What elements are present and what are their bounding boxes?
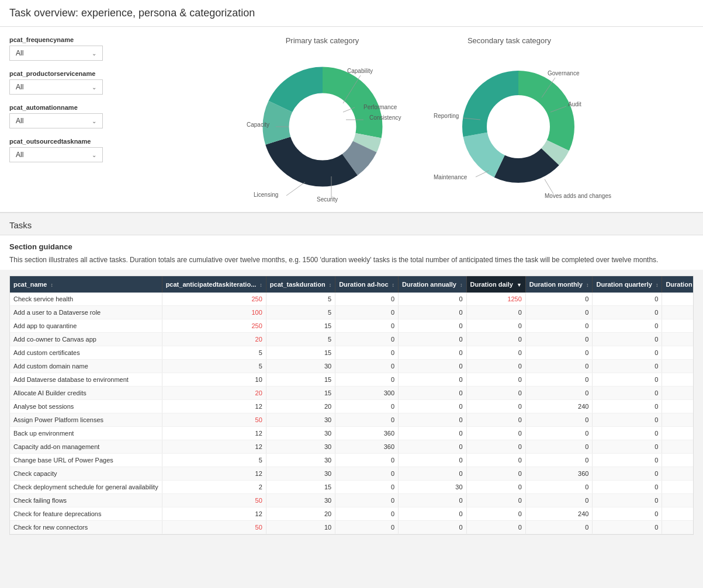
guidance-section: Section guidance This section illustrate… — [0, 235, 703, 270]
th-duration_annually[interactable]: Duration annually ↕ — [399, 276, 466, 293]
th-pcat_name[interactable]: pcat_name ↕ — [10, 276, 162, 293]
content-area: pcat_name ↕pcat_anticipatedtaskiteratio.… — [0, 276, 703, 544]
cell-7-0: Allocate AI Builder credits — [10, 387, 162, 400]
th-duration_weekly[interactable]: Duration weekly ↕ — [662, 276, 694, 293]
th-duration_daily[interactable]: Duration daily ▼ — [466, 276, 525, 293]
primary-chart: Performance Consistency Capability Capac… — [241, 51, 404, 203]
cell-13-0: Check capacity — [10, 467, 162, 481]
cell-16-6: 240 — [525, 507, 593, 521]
cell-11-4: 0 — [399, 440, 466, 454]
cell-9-4: 0 — [399, 413, 466, 427]
cell-0-0: Check service health — [10, 293, 162, 306]
cell-11-8: 0 — [662, 440, 694, 454]
secondary-label-audit: Audit — [568, 101, 581, 107]
filters-panel: pcat_frequencyname All ⌄ pcat_productors… — [9, 36, 126, 203]
cell-1-8: 0 — [662, 306, 694, 319]
cell-2-4: 0 — [399, 319, 466, 333]
sort-icon-duration_quarterly: ↕ — [656, 282, 659, 288]
cell-10-6: 0 — [525, 427, 593, 440]
table-row: Check failing flows503000000150025 — [10, 494, 694, 507]
filter-dropdown-0[interactable]: All ⌄ — [9, 46, 103, 61]
th-pcat_taskduration[interactable]: pcat_taskduration ↕ — [266, 276, 335, 293]
cell-12-5: 0 — [466, 454, 525, 467]
cell-5-7: 0 — [593, 360, 662, 373]
cell-13-3: 0 — [335, 467, 399, 481]
top-section: pcat_frequencyname All ⌄ pcat_productors… — [0, 27, 703, 213]
secondary-label-governance: Governance — [548, 70, 580, 76]
cell-0-7: 0 — [593, 293, 662, 306]
filter-value-3: All — [16, 151, 23, 159]
th-pcat_anticipatedtaskiteration[interactable]: pcat_anticipatedtaskiteratio... ↕ — [162, 276, 266, 293]
filter-dropdown-3[interactable]: All ⌄ — [9, 147, 103, 162]
cell-16-3: 0 — [335, 507, 399, 521]
cell-8-1: 12 — [162, 400, 266, 413]
cell-12-6: 0 — [525, 454, 593, 467]
svg-line-23 — [545, 179, 553, 194]
cell-3-5: 0 — [466, 333, 525, 346]
filter-label-3: pcat_outsourcedtaskname — [9, 138, 126, 145]
cell-13-8: 0 — [662, 467, 694, 481]
cell-7-2: 15 — [266, 387, 335, 400]
cell-14-6: 0 — [525, 481, 593, 494]
primary-label-licensing2: Licensing — [254, 192, 278, 198]
cell-17-2: 10 — [266, 521, 335, 534]
th-duration_quarterly[interactable]: Duration quarterly ↕ — [593, 276, 662, 293]
cell-1-7: 0 — [593, 306, 662, 319]
chevron-down-icon-0: ⌄ — [92, 50, 96, 57]
cell-8-5: 0 — [466, 400, 525, 413]
sort-icon-duration_daily: ▼ — [517, 282, 522, 288]
sort-icon-duration_monthly: ↕ — [586, 282, 589, 288]
cell-12-1: 5 — [162, 454, 266, 467]
primary-label-capacity: Capacity — [247, 121, 269, 128]
cell-3-3: 0 — [335, 333, 399, 346]
cell-3-7: 0 — [593, 333, 662, 346]
cell-11-0: Capacity add-on management — [10, 440, 162, 454]
primary-chart-container: Primary task category — [241, 36, 404, 203]
cell-6-6: 0 — [525, 373, 593, 387]
cell-12-0: Change base URL of Power Pages — [10, 454, 162, 467]
filter-dropdown-2[interactable]: All ⌄ — [9, 113, 103, 128]
cell-5-6: 0 — [525, 360, 593, 373]
filter-dropdown-1[interactable]: All ⌄ — [9, 79, 103, 95]
cell-2-2: 15 — [266, 319, 335, 333]
cell-14-7: 0 — [593, 481, 662, 494]
cell-2-5: 0 — [466, 319, 525, 333]
sort-icon-pcat_anticipatedtaskiteration: ↕ — [259, 282, 262, 288]
th-duration_monthly[interactable]: Duration monthly ↕ — [525, 276, 593, 293]
table-row: Check deployment schedule for general av… — [10, 481, 694, 494]
secondary-label-reporting: Reporting — [434, 113, 459, 119]
cell-16-5: 0 — [466, 507, 525, 521]
cell-17-3: 0 — [335, 521, 399, 534]
table-row: Check service health250500125000021 — [10, 293, 694, 306]
cell-11-7: 0 — [593, 440, 662, 454]
cell-3-2: 5 — [266, 333, 335, 346]
cell-14-3: 0 — [335, 481, 399, 494]
cell-8-2: 20 — [266, 400, 335, 413]
tasks-section-header: Tasks — [0, 215, 703, 235]
svg-point-18 — [488, 96, 549, 157]
cell-0-2: 5 — [266, 293, 335, 306]
cell-3-4: 0 — [399, 333, 466, 346]
cell-16-7: 0 — [593, 507, 662, 521]
primary-label-consistency: Consistency — [369, 114, 401, 121]
cell-4-6: 0 — [525, 346, 593, 360]
cell-8-0: Analyse bot sessions — [10, 400, 162, 413]
svg-line-22 — [476, 171, 489, 177]
cell-12-2: 30 — [266, 454, 335, 467]
cell-15-4: 0 — [399, 494, 466, 507]
filter-label-0: pcat_frequencyname — [9, 36, 126, 43]
cell-6-5: 0 — [466, 373, 525, 387]
cell-6-3: 0 — [335, 373, 399, 387]
cell-10-2: 30 — [266, 427, 335, 440]
cell-4-4: 0 — [399, 346, 466, 360]
cell-10-1: 12 — [162, 427, 266, 440]
cell-5-5: 0 — [466, 360, 525, 373]
secondary-label-moves: Moves adds and changes — [545, 193, 611, 199]
charts-area: Primary task category — [138, 36, 694, 203]
cell-15-5: 0 — [466, 494, 525, 507]
table-header: pcat_name ↕pcat_anticipatedtaskiteratio.… — [10, 276, 694, 293]
th-duration_adhoc[interactable]: Duration ad-hoc ↕ — [335, 276, 399, 293]
cell-9-1: 50 — [162, 413, 266, 427]
filter-value-0: All — [16, 49, 23, 57]
cell-7-7: 0 — [593, 387, 662, 400]
